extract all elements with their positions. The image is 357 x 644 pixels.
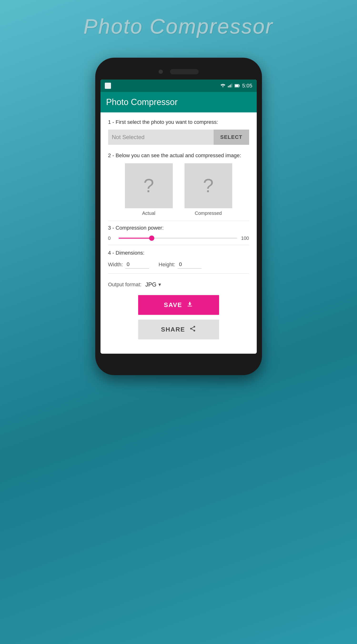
phone-bottom-bar: [100, 354, 257, 363]
svg-point-9: [194, 330, 195, 332]
status-bar-left: [105, 83, 111, 89]
actual-image-box: ?: [125, 164, 173, 208]
wifi-icon: [220, 83, 226, 88]
buttons-section: SAVE SHARE: [108, 295, 249, 344]
actual-image-label: Actual: [142, 210, 156, 216]
height-group: Height:: [158, 260, 202, 269]
divider-1: [108, 221, 249, 221]
output-format-row: Output format: JPG ▾: [108, 281, 249, 288]
compressed-image-placeholder: ? Compressed: [184, 164, 232, 216]
slider-max-label: 100: [241, 236, 249, 241]
images-row: ? Actual ? Compressed: [108, 164, 249, 216]
actual-image-placeholder: ? Actual: [125, 164, 173, 216]
width-group: Width:: [108, 260, 149, 269]
time-display: 5:05: [242, 83, 252, 89]
signal-icon: [228, 83, 232, 88]
width-label: Width:: [108, 262, 123, 268]
width-input[interactable]: [125, 260, 149, 269]
output-format-label: Output format:: [108, 282, 142, 288]
height-label: Height:: [158, 262, 175, 268]
phone-screen: 5:05 Photo Compressor 1 - First select t…: [100, 80, 257, 354]
svg-rect-1: [229, 85, 230, 88]
compressed-image-question-icon: ?: [203, 176, 214, 195]
app-title: Photo Compressor: [106, 97, 178, 107]
share-button[interactable]: SHARE: [138, 320, 219, 340]
slider-thumb[interactable]: [149, 236, 154, 241]
front-camera-dot: [158, 70, 163, 74]
phone-frame: 5:05 Photo Compressor 1 - First select t…: [95, 58, 262, 375]
select-row: Not Selected SELECT: [108, 130, 249, 145]
output-format-value: JPG: [145, 281, 156, 288]
compressed-image-label: Compressed: [195, 210, 222, 216]
share-button-label: SHARE: [161, 326, 185, 333]
slider-row: 0 100: [108, 235, 249, 241]
svg-point-7: [194, 326, 195, 328]
status-bar-right: 5:05: [220, 83, 252, 89]
step1-label: 1 - First select the photo you want to c…: [108, 119, 249, 125]
svg-point-8: [190, 328, 192, 330]
file-name-display: Not Selected: [108, 130, 214, 145]
battery-icon: [234, 83, 240, 88]
slider-track-wrap[interactable]: [118, 235, 238, 241]
svg-rect-5: [239, 85, 240, 86]
chevron-down-icon: ▾: [158, 282, 161, 288]
phone-speaker: [170, 69, 198, 74]
svg-line-11: [192, 327, 194, 328]
svg-rect-2: [230, 84, 231, 88]
step2-label: 2 - Below you can see the actual and com…: [108, 152, 249, 158]
app-bar: Photo Compressor: [100, 92, 257, 112]
download-icon: [186, 301, 193, 309]
app-content: 1 - First select the photo you want to c…: [100, 112, 257, 354]
svg-rect-6: [235, 84, 238, 87]
save-button-label: SAVE: [164, 301, 182, 309]
slider-min-label: 0: [108, 236, 115, 241]
page-title: Photo Compressor: [84, 14, 274, 38]
step4-label: 4 - Dimensions:: [108, 250, 249, 256]
phone-top-bar: [100, 65, 257, 80]
svg-rect-0: [228, 86, 229, 88]
share-icon: [189, 325, 196, 334]
dimensions-row: Width: Height:: [108, 260, 249, 269]
slider-fill: [118, 238, 152, 239]
actual-image-question-icon: ?: [143, 176, 154, 195]
save-button[interactable]: SAVE: [138, 295, 219, 315]
height-input[interactable]: [178, 260, 202, 269]
output-format-select[interactable]: JPG ▾: [145, 281, 161, 288]
svg-rect-3: [232, 84, 232, 88]
svg-line-10: [192, 329, 194, 330]
select-button[interactable]: SELECT: [214, 130, 249, 145]
notification-icon: [105, 83, 111, 89]
compressed-image-box: ?: [184, 164, 232, 208]
divider-2: [108, 245, 249, 245]
step3-label: 3 - Compression power:: [108, 225, 249, 231]
status-bar: 5:05: [100, 80, 257, 92]
slider-track: [118, 238, 238, 239]
divider-3: [108, 274, 249, 274]
